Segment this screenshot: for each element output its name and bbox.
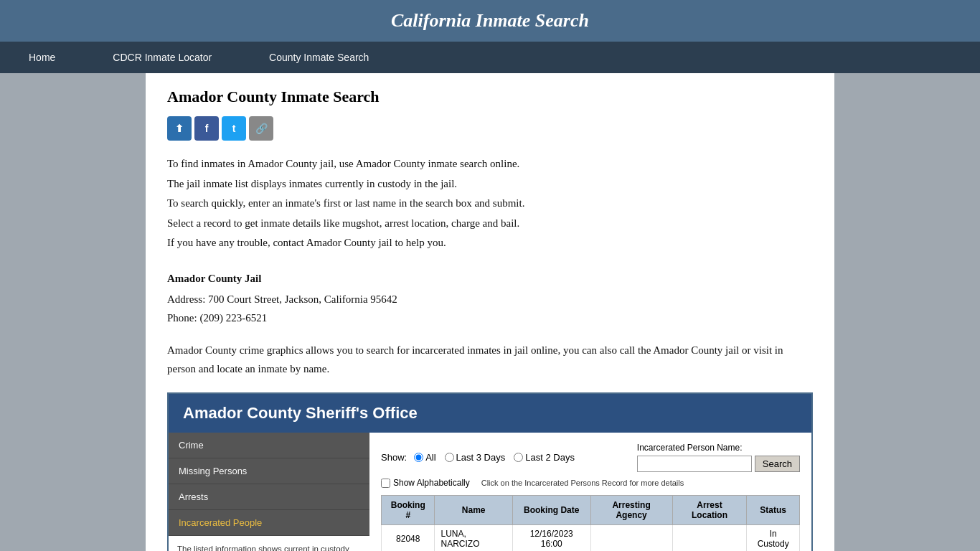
jail-address: Address: 700 Court Street, Jackson, Cali… (167, 291, 813, 309)
link-icon: 🔗 (255, 123, 268, 134)
show-label: Show: (381, 452, 407, 463)
share-button[interactable]: ⬆ (167, 116, 192, 141)
copy-link-button[interactable]: 🔗 (249, 116, 273, 141)
desc-line-2: The jail inmate list displays inmates cu… (167, 175, 813, 194)
col-status: Status (747, 496, 800, 525)
cell-status-1: In Custody (747, 525, 800, 552)
desc-line-1: To find inmates in Amador County jail, u… (167, 155, 813, 174)
alpha-checkbox[interactable] (381, 479, 390, 488)
bottom-desc-text: Amador County crime graphics allows you … (167, 342, 813, 378)
cell-booking-1: 82048 (382, 525, 435, 552)
radio-3days[interactable] (445, 453, 454, 462)
click-note: Click on the Incarcerated Persons Record… (481, 479, 684, 487)
bottom-description: Amador County crime graphics allows you … (167, 342, 813, 378)
social-buttons: ⬆ f t 🔗 (167, 116, 813, 141)
radio-3days-label: Last 3 Days (445, 452, 506, 463)
name-search-area: Incarcerated Person Name: Search (637, 443, 800, 472)
sidebar-item-arrests[interactable]: Arrests (169, 484, 369, 510)
radio-all[interactable] (414, 453, 423, 462)
facebook-icon: f (205, 123, 209, 134)
nav-home[interactable]: Home (0, 42, 84, 73)
sheriff-content: Crime Missing Persons Arrests Incarcerat… (169, 433, 811, 551)
radio-2days-label: Last 2 Days (514, 452, 575, 463)
cell-agency-1 (590, 525, 672, 552)
main-nav: Home CDCR Inmate Locator County Inmate S… (0, 42, 980, 73)
share-icon: ⬆ (175, 123, 184, 134)
radio-2days[interactable] (514, 453, 523, 462)
search-button[interactable]: Search (755, 456, 800, 472)
sheriff-sidebar: Crime Missing Persons Arrests Incarcerat… (169, 433, 369, 551)
cell-date-1: 12/16/2023 16:00 (512, 525, 590, 552)
col-arrest-location: Arrest Location (672, 496, 747, 525)
desc-line-3: To search quickly, enter an inmate's fir… (167, 194, 813, 213)
page-title: Amador County Inmate Search (167, 88, 813, 106)
jail-info-section: Amador County Jail Address: 700 Court St… (167, 270, 813, 328)
alpha-row: Show Alphabetically Click on the Incarce… (381, 478, 800, 488)
col-name: Name (435, 496, 512, 525)
radio-group: All Last 3 Days Last 2 Days (414, 452, 575, 463)
inmate-table: Booking # Name Booking Date Arresting Ag… (381, 495, 800, 551)
twitter-icon: t (232, 123, 236, 134)
embedded-section: Amador County Sheriff's Office Crime Mis… (167, 392, 813, 551)
table-header-row: Booking # Name Booking Date Arresting Ag… (382, 496, 800, 525)
cell-name-1: LUNA, NARCIZO (435, 525, 512, 552)
sidebar-item-crime[interactable]: Crime (169, 433, 369, 458)
nav-cdcr[interactable]: CDCR Inmate Locator (84, 42, 240, 73)
jail-phone: Phone: (209) 223-6521 (167, 309, 813, 328)
sheriff-header: Amador County Sheriff's Office (169, 394, 811, 433)
site-header: California Inmate Search (0, 0, 980, 42)
twitter-button[interactable]: t (222, 116, 246, 141)
content-wrapper: Amador County Inmate Search ⬆ f t 🔗 To f… (146, 73, 834, 551)
sidebar-item-missing[interactable]: Missing Persons (169, 458, 369, 484)
table-row[interactable]: 82048 LUNA, NARCIZO 12/16/2023 16:00 In … (382, 525, 800, 552)
radio-all-label: All (414, 452, 435, 463)
desc-line-4: Select a record to get inmate details li… (167, 215, 813, 233)
name-search-row: Search (637, 456, 800, 472)
sheriff-right-panel: Show: All Last 3 Days Last 2 Days (369, 433, 811, 551)
alpha-label[interactable]: Show Alphabetically (381, 478, 470, 488)
sheriff-title: Amador County Sheriff's Office (183, 404, 797, 423)
col-arresting-agency: Arresting Agency (590, 496, 672, 525)
description-section: To find inmates in Amador County jail, u… (167, 155, 813, 253)
col-booking-date: Booking Date (512, 496, 590, 525)
cell-location-1 (672, 525, 747, 552)
jail-title: Amador County Jail (167, 270, 813, 288)
sidebar-notice: The listed information shows current in … (169, 536, 369, 551)
site-title: California Inmate Search (14, 10, 966, 32)
sidebar-item-incarcerated[interactable]: Incarcerated People (169, 510, 369, 536)
col-booking: Booking # (382, 496, 435, 525)
name-input[interactable] (637, 456, 752, 472)
desc-line-5: If you have any trouble, contact Amador … (167, 234, 813, 253)
facebook-button[interactable]: f (194, 116, 219, 141)
filter-row: Show: All Last 3 Days Last 2 Days (381, 443, 800, 472)
name-search-label: Incarcerated Person Name: (637, 443, 743, 453)
inmate-table-body: 82048 LUNA, NARCIZO 12/16/2023 16:00 In … (382, 525, 800, 552)
nav-county[interactable]: County Inmate Search (240, 42, 397, 73)
